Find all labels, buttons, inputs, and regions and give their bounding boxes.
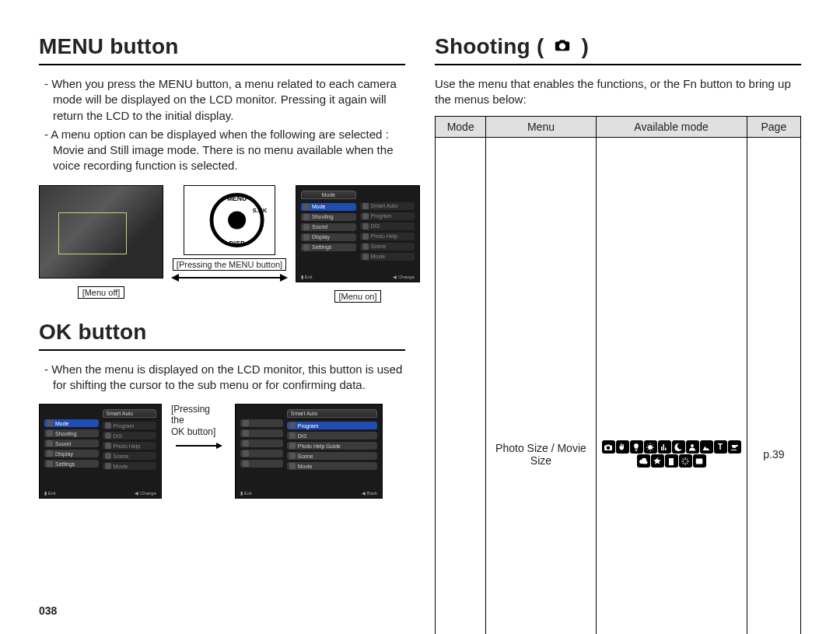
th-avail: Available mode — [596, 116, 747, 137]
right-column: Shooting ( ) Use the menu that enables t… — [435, 34, 801, 634]
double-arrow-icon — [171, 274, 288, 282]
thumb-dial: MENUS.NIGDISP — [184, 185, 275, 255]
mode-icon-cup — [728, 440, 741, 454]
svg-marker-6 — [171, 274, 179, 282]
menu-illustration-row: [Menu off] MENUS.NIGDISP [Pressing the M… — [39, 185, 405, 303]
ok-illustration-row: Mode Shooting Sound Display Settings Sma… — [39, 404, 405, 499]
page-number: 038 — [39, 604, 57, 617]
shooting-modes-table: Mode Menu Available mode Page ShootingPh… — [435, 116, 801, 635]
mode-icon-firework — [679, 454, 692, 468]
thumb-ok-after: Smart Auto Program DIS Photo Help Guide … — [235, 404, 383, 499]
mode-icon-mountain — [700, 440, 713, 454]
caption-pressing-menu: [Pressing the MENU button] — [173, 258, 286, 271]
thumb-menu-off — [39, 185, 163, 278]
heading-ok-button: OK button — [39, 320, 405, 351]
menu-cell: Photo Size / Movie Size — [486, 137, 596, 634]
mode-icon-sun — [644, 440, 657, 454]
mode-icon-camera — [602, 440, 615, 454]
mode-icon-text: T — [714, 440, 727, 454]
mode-icon-bulb — [630, 440, 643, 454]
thumb-menu-on: Mode Mode Shooting Sound Display Setting… — [296, 185, 420, 282]
mode-icon-cloud — [637, 454, 650, 468]
available-mode-cell: T — [596, 137, 747, 634]
svg-marker-9 — [216, 443, 222, 449]
heading-menu-button: MENU button — [39, 34, 405, 65]
menu-para-2: A menu option can be displayed when the … — [53, 127, 405, 174]
caption-menu-on: [Menu on] — [334, 290, 382, 303]
svg-text:MENU: MENU — [227, 194, 247, 202]
th-mode: Mode — [436, 116, 486, 137]
caption-pressing-ok: [Pressing theOK button] — [171, 404, 226, 450]
page-cell: p.39 — [747, 137, 800, 634]
mode-icon-person — [686, 440, 699, 454]
ok-para: When the menu is displayed on the LCD mo… — [53, 362, 405, 394]
menu-para-1: When you press the MENU button, a menu r… — [53, 76, 405, 124]
shooting-intro: Use the menu that enables the functions,… — [435, 76, 801, 108]
caption-menu-off: [Menu off] — [78, 286, 125, 299]
mode-icon-chart — [658, 440, 671, 454]
heading-shooting: Shooting ( ) — [435, 34, 801, 65]
svg-text:DISP: DISP — [229, 239, 245, 247]
left-column: MENU button When you press the MENU butt… — [39, 34, 405, 634]
mode-icon-star — [651, 454, 664, 468]
table-row: ShootingPhoto Size / Movie SizeTp.39 — [436, 137, 801, 634]
svg-text:S.NIG: S.NIG — [253, 207, 267, 214]
mode-cell: Shooting — [436, 137, 486, 634]
th-menu: Menu — [486, 116, 596, 137]
mode-icon-film — [693, 454, 706, 468]
camera-icon — [551, 34, 573, 59]
thumb-ok-before: Mode Shooting Sound Display Settings Sma… — [39, 404, 162, 499]
th-page: Page — [747, 116, 800, 137]
svg-point-4 — [228, 211, 246, 229]
mode-icon-hand — [616, 440, 629, 454]
mode-icon-moon — [672, 440, 685, 454]
mode-icon-building — [665, 454, 678, 468]
svg-marker-7 — [280, 274, 288, 282]
